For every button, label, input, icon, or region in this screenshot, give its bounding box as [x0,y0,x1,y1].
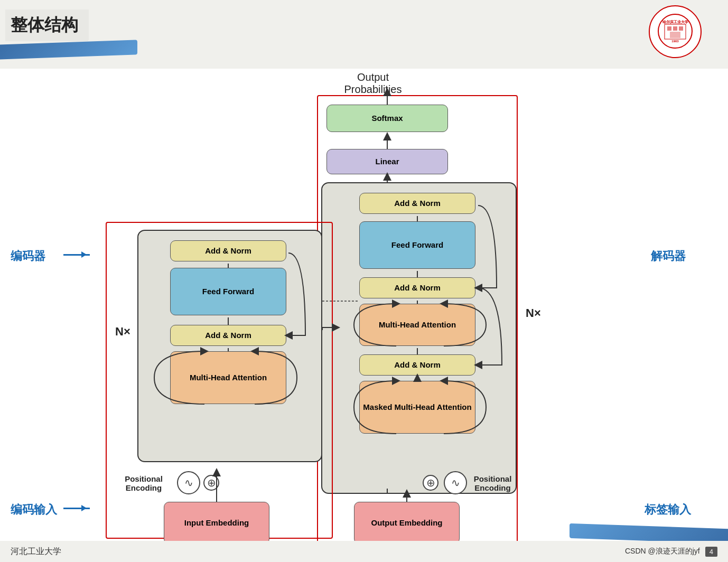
svg-rect-6 [670,32,680,38]
encoder-label: 编码器 [11,248,45,264]
softmax-block: Softmax [326,105,448,132]
diagram: Output Probabilities Softmax Linear Add … [0,69,728,541]
decoder-inner: Add & Norm Feed Forward Add & Norm Multi… [321,182,517,494]
encoder-input-label: 编码输入 [11,502,57,518]
dec-add-norm-2: Add & Norm [359,277,475,298]
footer-right: CSDN @浪迹天涯的jyf 4 [625,547,717,557]
plus-right: ⊕ [423,475,438,491]
svg-rect-4 [673,26,677,31]
output-probabilities-label: Output Probabilities [315,71,431,96]
decoder-label: 解码器 [651,248,686,264]
main-content: Output Probabilities Softmax Linear Add … [0,69,728,541]
masked-multi-head: Masked Multi-Head Attention [359,381,475,434]
blue-stripe-header [0,40,137,59]
nx-encoder: N× [115,325,130,339]
enc-multi-head: Multi-Head Attention [170,351,286,404]
encoder-arrows [138,231,321,461]
enc-feed-forward: Feed Forward [170,268,286,315]
input-embedding: Input Embedding [164,502,269,544]
svg-text:1903: 1903 [671,40,679,43]
nx-decoder: N× [526,306,541,320]
pos-enc-left: Positional Encoding [117,474,170,492]
dec-add-norm-1: Add & Norm [359,193,475,214]
wave-right: ∿ [444,471,467,494]
pos-enc-right: Positional Encoding [462,474,523,492]
output-embedding: Output Embedding [354,502,460,544]
encoder-inner: Add & Norm Feed Forward Add & Norm Multi… [137,230,322,462]
plus-left: ⊕ [203,475,219,491]
svg-text:哈尔滨工业大学: 哈尔滨工业大学 [662,20,688,24]
linear-block: Linear [326,149,448,174]
footer: 河北工业大学 CSDN @浪迹天涯的jyf 4 [0,541,728,562]
title-box: 整体结构 [5,10,89,41]
enc-add-norm-1: Add & Norm [170,240,286,261]
page-number: 4 [705,547,717,557]
footer-author: CSDN @浪迹天涯的jyf [625,547,700,556]
header: 整体结构 哈尔滨工业大学 1903 [0,0,728,74]
university-logo: 哈尔滨工业大学 1903 [649,5,702,58]
svg-rect-3 [667,26,671,31]
encoder-input-arrow [63,508,90,509]
dec-add-norm-3: Add & Norm [359,354,475,376]
wave-left: ∿ [177,471,200,494]
encoder-arrow [63,254,90,256]
logo-text: 哈尔滨工业大学 1903 [657,13,694,51]
dec-multi-head-att: Multi-Head Attention [359,304,475,346]
dec-feed-forward: Feed Forward [359,221,475,269]
page-title: 整体结构 [11,15,78,34]
enc-add-norm-2: Add & Norm [170,325,286,346]
svg-point-0 [658,14,692,48]
svg-rect-5 [679,26,683,31]
footer-university: 河北工业大学 [11,546,61,557]
tag-input-label: 标签输入 [645,502,691,518]
